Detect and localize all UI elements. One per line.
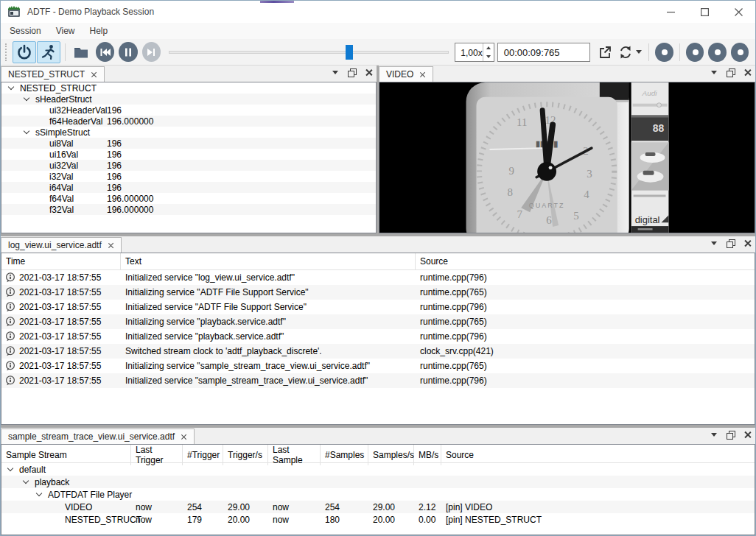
run-button[interactable]	[37, 41, 60, 63]
close-button[interactable]	[721, 1, 755, 23]
seek-slider[interactable]	[169, 43, 449, 62]
skip-to-start-button[interactable]	[96, 42, 114, 62]
chevron-down-icon[interactable]	[36, 490, 42, 496]
chevron-down-icon[interactable]	[24, 128, 29, 134]
tree-row[interactable]: ui16Val196	[1, 149, 376, 160]
toolbar-grip[interactable]	[5, 43, 10, 61]
menu-session[interactable]: Session	[2, 24, 49, 38]
dock-float-button[interactable]	[348, 68, 355, 76]
chevron-down-icon[interactable]	[8, 84, 14, 90]
record-button-4[interactable]	[731, 43, 749, 62]
column-header-num-samples[interactable]: #Samples	[321, 445, 368, 465]
dock-menu-button[interactable]	[711, 433, 717, 437]
tab-sample-stream-trace[interactable]: sample_stream_trace_view.ui_service.adtf	[1, 429, 195, 444]
open-external-button[interactable]	[595, 41, 614, 63]
tree-row[interactable]: ui32Val196	[1, 160, 376, 171]
log-row[interactable]: 2021-03-17 18:57:55 Initialized service …	[1, 373, 755, 388]
tree-row[interactable]: sHeaderStruct	[1, 94, 376, 105]
menu-help[interactable]: Help	[83, 24, 116, 38]
power-button[interactable]	[13, 41, 36, 63]
pause-button[interactable]	[119, 42, 137, 62]
dock-close-button[interactable]	[743, 239, 751, 247]
tree-row[interactable]: sSimpleStruct	[1, 127, 376, 138]
playback-speed-spinbox[interactable]: 1,00x	[455, 43, 494, 62]
dock-float-button[interactable]	[727, 68, 734, 76]
record-button-1[interactable]	[655, 43, 673, 62]
speed-increase-button[interactable]	[483, 43, 494, 52]
dock-close-button[interactable]	[743, 431, 751, 438]
stream-row[interactable]: VIDEO now 254 29.00 now 254 29.00 2.12 […	[1, 501, 755, 513]
trace-table-header: Sample Stream Last Trigger #Trigger Trig…	[1, 445, 755, 463]
dock-close-button[interactable]	[743, 68, 751, 76]
column-header-trigger-rate[interactable]: Trigger/s	[223, 445, 268, 465]
tab-close-icon[interactable]	[181, 434, 187, 440]
column-header-last-sample[interactable]: Last Sample	[268, 445, 321, 465]
log-row[interactable]: 2021-03-17 18:57:55 Initialized service …	[1, 329, 755, 344]
dock-float-button[interactable]	[727, 431, 734, 438]
seek-slider-track[interactable]	[169, 51, 449, 54]
tab-close-icon[interactable]	[91, 71, 97, 78]
loop-playback-button[interactable]	[615, 41, 645, 63]
chevron-down-icon[interactable]	[23, 478, 29, 484]
dock-close-button[interactable]	[365, 68, 372, 76]
step-forward-button[interactable]	[142, 42, 161, 62]
seek-slider-handle[interactable]	[346, 45, 353, 60]
log-row[interactable]: 2021-03-17 18:57:55 Initialized service …	[1, 300, 755, 314]
log-row[interactable]: 2021-03-17 18:57:55 Initializing service…	[1, 359, 755, 373]
time-display[interactable]: 00:00:09:765	[497, 43, 591, 62]
tree-row[interactable]: f64Val196.000000	[1, 193, 376, 204]
column-header-mbs[interactable]: MB/s	[414, 445, 441, 465]
record-button-2[interactable]	[686, 43, 704, 62]
chevron-down-icon[interactable]	[7, 465, 13, 471]
tab-video[interactable]: VIDEO	[379, 66, 433, 82]
tree-row[interactable]: ADTFDAT File Player	[1, 488, 755, 501]
column-header-sample-rate[interactable]: Samples/s	[368, 445, 414, 465]
playback-speed-value[interactable]: 1,00x	[455, 43, 482, 61]
column-header-time[interactable]: Time	[1, 253, 121, 269]
log-row[interactable]: 2021-03-17 18:57:55 Initialized service …	[1, 270, 755, 285]
menu-bar: Session View Help	[1, 23, 755, 39]
tree-row[interactable]: f64HeaderVal196.000000	[1, 116, 376, 127]
tab-close-icon[interactable]	[419, 71, 426, 78]
chevron-down-icon[interactable]	[24, 95, 29, 101]
column-header-num-trigger[interactable]: #Trigger	[183, 445, 223, 465]
log-row[interactable]: 2021-03-17 18:57:55 Initializing service…	[1, 285, 755, 300]
tree-row[interactable]: f32Val196.000000	[1, 204, 376, 215]
tab-close-icon[interactable]	[108, 242, 114, 249]
column-header-source[interactable]: Source	[416, 253, 755, 269]
log-row[interactable]: 2021-03-17 18:57:55 Initializing service…	[1, 314, 755, 329]
column-header-text[interactable]: Text	[121, 253, 416, 269]
info-icon	[5, 346, 15, 356]
dock-menu-button[interactable]	[711, 71, 717, 74]
dock-menu-button[interactable]	[711, 241, 717, 245]
tree-row[interactable]: NESTED_STRUCT	[1, 82, 376, 94]
maximize-button[interactable]	[687, 1, 721, 23]
tree-row[interactable]: playback	[1, 476, 755, 488]
log-source: runtime.cpp(796)	[416, 331, 755, 342]
column-header-source[interactable]: Source	[441, 445, 755, 465]
tab-log-view[interactable]: log_view.ui_service.adtf	[1, 237, 122, 253]
loop-dropdown-icon[interactable]	[636, 50, 642, 54]
tree-row[interactable]: i64Val196	[1, 182, 376, 193]
dock-menu-button[interactable]	[332, 71, 338, 74]
tree-row[interactable]: i32Val196	[1, 171, 376, 182]
minimize-button[interactable]	[654, 1, 687, 23]
record-button-3[interactable]	[708, 43, 726, 62]
log-time: 2021-03-17 18:57:55	[19, 346, 101, 356]
log-row[interactable]: 2021-03-17 18:57:55 Switched stream cloc…	[1, 344, 755, 359]
tab-nested-struct[interactable]: NESTED_STRUCT	[1, 66, 105, 82]
column-header-last-trigger[interactable]: Last Trigger	[131, 445, 183, 465]
speed-decrease-button[interactable]	[483, 52, 494, 61]
open-folder-button[interactable]	[69, 41, 93, 63]
dock-float-button[interactable]	[727, 239, 734, 247]
menu-view[interactable]: View	[49, 24, 83, 38]
tree-row[interactable]: ui32HeaderVal196	[1, 105, 376, 116]
column-header-sample-stream[interactable]: Sample Stream	[1, 445, 131, 465]
title-bar[interactable]: ADTF - Demo Playback Session	[1, 1, 755, 23]
tree-row[interactable]: ui8Val196	[1, 138, 376, 149]
dock-buttons	[711, 68, 751, 76]
stream-row[interactable]: NESTED_STRUCT now 179 20.00 now 180 20.0…	[1, 513, 755, 526]
nested-struct-dock: NESTED_STRUCT NESTED_STRUCT sHeaderStruc…	[1, 66, 377, 233]
log-time: 2021-03-17 18:57:55	[19, 331, 101, 342]
power-icon	[15, 43, 33, 61]
